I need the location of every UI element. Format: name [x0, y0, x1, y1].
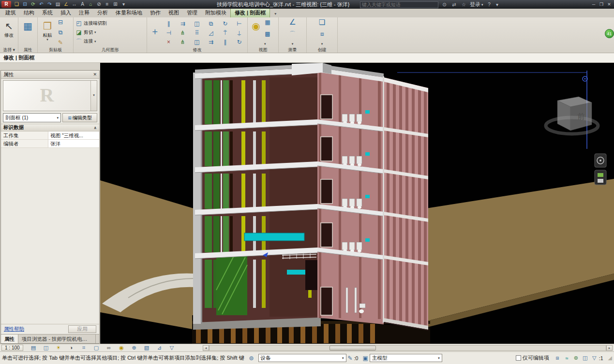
- pin-icon[interactable]: ⍑: [222, 29, 228, 36]
- app-menu-button[interactable]: R: [1, 1, 11, 8]
- join-geometry-button[interactable]: ⌒ 连接 ▾: [75, 37, 145, 46]
- mirror-icon[interactable]: ◫: [194, 20, 200, 27]
- override-graphics-icon[interactable]: ▦: [264, 19, 271, 26]
- aligned-dimension-icon[interactable]: ↔: [70, 0, 78, 9]
- exchange-apps-icon[interactable]: ⇄: [450, 2, 458, 7]
- default-3d-view-icon[interactable]: ⌂: [87, 0, 95, 9]
- scale-button[interactable]: 1 : 100: [1, 345, 23, 351]
- properties-help-link[interactable]: 属性帮助: [4, 326, 24, 333]
- filter-icon[interactable]: ▽: [590, 355, 599, 361]
- select-pinned-icon[interactable]: ⊛: [571, 355, 581, 361]
- scale-icon[interactable]: ◿: [208, 29, 214, 36]
- mirror-axis-icon[interactable]: ◫: [194, 39, 200, 45]
- tab-massing-site[interactable]: 体量和场地: [112, 8, 146, 17]
- temporary-hide-isolate-icon[interactable]: ∞: [103, 344, 115, 351]
- join-end-cut-button[interactable]: ◰ 连接端切割: [75, 19, 145, 28]
- measure-arc-icon[interactable]: ⌒: [289, 30, 296, 37]
- create-box-icon[interactable]: ❏: [319, 19, 326, 26]
- minimize-icon[interactable]: ─: [590, 0, 598, 9]
- text-icon[interactable]: A: [78, 0, 87, 9]
- analytical-model-icon[interactable]: ⊿: [153, 344, 165, 351]
- select-underlay-icon[interactable]: ≈: [562, 355, 571, 361]
- design-options-icon[interactable]: ▣: [362, 355, 368, 362]
- select-by-face-icon[interactable]: ◫: [581, 355, 590, 361]
- qat-customize-icon[interactable]: ▾: [120, 0, 128, 9]
- paste-button[interactable]: ❐ 粘贴 ▾: [39, 18, 56, 46]
- workset-value[interactable]: 视图 "三维视...: [48, 131, 99, 139]
- shadows-icon[interactable]: ◑: [65, 344, 77, 351]
- rotate-icon[interactable]: ↻: [222, 20, 228, 27]
- edit-requests-icon[interactable]: ✎: [348, 355, 353, 362]
- tab-view[interactable]: 视图: [165, 8, 183, 17]
- hide-in-view-button[interactable]: ◉: [249, 18, 263, 46]
- identity-data-section[interactable]: 标识数据 ∧: [1, 124, 99, 131]
- split-with-gap-icon[interactable]: ⋔: [180, 39, 186, 45]
- measure-icon[interactable]: ∠: [62, 0, 70, 9]
- copy-to-clipboard-icon[interactable]: ⧉: [57, 29, 64, 36]
- tab-systems[interactable]: 系统: [38, 8, 57, 17]
- save-icon[interactable]: ⊟: [21, 0, 29, 9]
- undo-icon[interactable]: ↶: [37, 0, 45, 9]
- cut-geometry-button[interactable]: ◪ 剪切 ▾: [75, 28, 145, 37]
- worksharing-display-icon[interactable]: ⊕: [128, 344, 140, 351]
- visual-style-icon[interactable]: ◫: [40, 344, 52, 351]
- align-multi-icon[interactable]: ∥: [222, 39, 228, 45]
- sync-icon[interactable]: ⟳: [29, 0, 37, 9]
- apply-button[interactable]: 应用: [68, 325, 96, 333]
- cut-to-clipboard-icon[interactable]: ⊟: [57, 19, 64, 26]
- search-icon[interactable]: ⊙: [441, 2, 448, 7]
- open-icon[interactable]: ❏: [13, 0, 21, 9]
- hide-elements-icon[interactable]: ▩: [264, 30, 271, 37]
- rotate-copy-icon[interactable]: ↻: [236, 39, 242, 45]
- properties-header[interactable]: 属性 ✕: [1, 71, 99, 79]
- unpin-icon[interactable]: ⍊: [236, 29, 242, 36]
- scrollbar-thumb[interactable]: [329, 346, 376, 350]
- close-palette-icon[interactable]: ✕: [93, 72, 97, 77]
- align-icon[interactable]: ∥: [165, 20, 172, 27]
- 3d-view-canvas[interactable]: 前: [100, 63, 614, 344]
- tab-architecture[interactable]: 建筑: [1, 8, 20, 17]
- panel-select-label[interactable]: 选择 ▾: [0, 47, 18, 53]
- show-crop-icon[interactable]: ▢: [90, 344, 103, 351]
- modify-button[interactable]: ↖ 修改: [1, 18, 17, 46]
- properties-button[interactable]: ▦: [19, 18, 36, 46]
- tab-analyze[interactable]: 分析: [93, 8, 112, 17]
- match-type-icon[interactable]: ✎: [57, 39, 64, 46]
- redo-icon[interactable]: ↷: [45, 0, 54, 9]
- help-icon[interactable]: ?: [486, 2, 493, 7]
- tab-manage[interactable]: 管理: [183, 8, 201, 17]
- help-dropdown-icon[interactable]: ▾: [495, 2, 499, 7]
- sun-path-icon[interactable]: ☀: [52, 344, 65, 351]
- extend-icon[interactable]: ⊣: [165, 29, 172, 36]
- tab-annotate[interactable]: 注释: [75, 8, 93, 17]
- building-mid-section[interactable]: [317, 64, 384, 324]
- tab-modify-section-box[interactable]: 修改 | 剖面框: [230, 8, 270, 17]
- editable-only-checkbox[interactable]: [516, 355, 521, 361]
- tab-properties-palette[interactable]: 属性: [1, 335, 18, 343]
- worksets-icon[interactable]: ⊚: [249, 355, 254, 362]
- section-icon[interactable]: ⊘: [95, 0, 103, 9]
- horizontal-scrollbar[interactable]: ◂ ▸: [203, 345, 613, 351]
- notification-badge[interactable]: 41: [605, 29, 614, 38]
- tab-project-browser[interactable]: 项目浏览器 - 技师学院机电培训...: [18, 335, 96, 343]
- detail-level-icon[interactable]: ▤: [27, 344, 40, 351]
- tab-insert[interactable]: 插入: [57, 8, 75, 17]
- split-icon[interactable]: ⋔: [180, 29, 186, 36]
- print-icon[interactable]: ▤: [54, 0, 62, 9]
- crop-region-icon[interactable]: ⌗: [77, 344, 90, 351]
- edit-type-button[interactable]: ⊞ 编辑类型: [62, 113, 97, 122]
- building-facade[interactable]: [383, 76, 428, 333]
- tab-structure[interactable]: 结构: [20, 8, 38, 17]
- favorites-icon[interactable]: ☆: [460, 2, 467, 7]
- thin-lines-icon[interactable]: ≡: [103, 0, 111, 9]
- type-preview[interactable]: R ▾: [3, 80, 97, 111]
- active-workset-dropdown[interactable]: 设备 ▾: [258, 354, 346, 362]
- active-design-option-dropdown[interactable]: 主模型 ▾: [370, 354, 442, 362]
- type-preview-dropdown-icon[interactable]: ▾: [90, 81, 97, 111]
- type-selector-dropdown[interactable]: 剖面框 (1) ▾: [3, 113, 61, 122]
- reveal-constraints-icon[interactable]: ▽: [165, 344, 178, 351]
- trim-icon[interactable]: ⊢: [236, 20, 242, 27]
- edited-by-value[interactable]: 张洋: [48, 140, 99, 147]
- switch-windows-icon[interactable]: ⊞: [111, 0, 120, 9]
- offset-copy-icon[interactable]: ⇉: [208, 39, 214, 45]
